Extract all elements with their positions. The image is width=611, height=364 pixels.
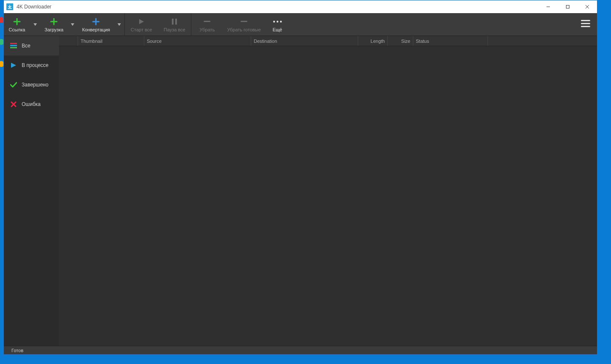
convert-label: Конвертация bbox=[82, 27, 110, 32]
dots-icon bbox=[273, 17, 282, 26]
convert-button[interactable]: Конвертация bbox=[78, 13, 114, 36]
svg-rect-8 bbox=[581, 20, 590, 21]
svg-rect-11 bbox=[10, 43, 17, 44]
column-source[interactable]: Source bbox=[144, 36, 251, 46]
play-icon bbox=[138, 17, 145, 26]
toolbar: Ссылка Загрузка Конвертация bbox=[4, 13, 597, 36]
sidebar-item-label: Завершено bbox=[22, 82, 48, 88]
hamburger-icon bbox=[581, 20, 590, 29]
minimize-button[interactable] bbox=[538, 0, 558, 13]
svg-rect-12 bbox=[10, 45, 17, 46]
svg-point-6 bbox=[276, 20, 278, 22]
download-label: Загрузка bbox=[45, 27, 63, 32]
windows-taskbar[interactable] bbox=[0, 355, 611, 364]
sidebar-item-completed[interactable]: Завершено bbox=[4, 75, 59, 94]
remove-done-label: Убрать готовые bbox=[227, 27, 261, 32]
link-label: Ссылка bbox=[9, 27, 25, 32]
svg-point-7 bbox=[280, 20, 281, 22]
column-size[interactable]: Size bbox=[387, 36, 413, 46]
sidebar-item-label: Ошибка bbox=[22, 101, 41, 107]
check-icon bbox=[10, 82, 17, 88]
svg-rect-9 bbox=[581, 23, 590, 24]
plus-icon bbox=[92, 17, 100, 26]
plus-icon bbox=[50, 17, 58, 26]
svg-rect-3 bbox=[204, 21, 210, 22]
column-filler bbox=[488, 36, 597, 46]
column-destination[interactable]: Destination bbox=[251, 36, 358, 46]
link-button[interactable]: Ссылка bbox=[4, 13, 30, 36]
svg-rect-2 bbox=[175, 19, 177, 25]
column-status[interactable]: Status bbox=[413, 36, 488, 46]
svg-point-5 bbox=[273, 20, 275, 22]
sidebar-item-label: Все bbox=[22, 43, 31, 49]
remove-button[interactable]: Убрать bbox=[191, 13, 223, 36]
titlebar[interactable]: 4K Downloader bbox=[4, 0, 597, 13]
desktop-background bbox=[0, 0, 3, 364]
start-all-button[interactable]: Старт все bbox=[125, 13, 158, 36]
minus-icon bbox=[204, 17, 210, 26]
more-button[interactable]: Ещё bbox=[265, 13, 290, 36]
svg-rect-0 bbox=[566, 6, 569, 8]
download-button[interactable]: Загрузка bbox=[40, 13, 67, 36]
svg-rect-1 bbox=[172, 19, 174, 25]
column-length[interactable]: Length bbox=[358, 36, 387, 46]
list-icon bbox=[10, 43, 17, 49]
remove-done-button[interactable]: Убрать готовые bbox=[223, 13, 265, 36]
svg-rect-10 bbox=[581, 26, 590, 27]
svg-rect-13 bbox=[10, 47, 17, 48]
grid-body[interactable] bbox=[59, 46, 597, 346]
menu-button[interactable] bbox=[574, 13, 597, 36]
window-title: 4K Downloader bbox=[17, 4, 51, 10]
column-thumbnail[interactable]: Thumbnail bbox=[78, 36, 144, 46]
content-area: Thumbnail Source Destination Length Size… bbox=[59, 36, 597, 346]
download-dropdown[interactable] bbox=[67, 13, 78, 36]
column-checkbox[interactable] bbox=[59, 36, 78, 46]
sidebar-item-label: В процессе bbox=[22, 62, 48, 68]
maximize-button[interactable] bbox=[558, 0, 577, 13]
plus-icon bbox=[13, 17, 21, 26]
minus-icon bbox=[241, 17, 247, 26]
start-all-label: Старт все bbox=[131, 27, 152, 32]
pause-all-label: Пауза все bbox=[164, 27, 185, 32]
play-icon bbox=[10, 62, 17, 68]
app-window: 4K Downloader Ссылка bbox=[3, 0, 597, 355]
column-headers: Thumbnail Source Destination Length Size… bbox=[59, 36, 597, 46]
pause-all-button[interactable]: Пауза все bbox=[158, 13, 191, 36]
x-icon bbox=[10, 101, 17, 107]
svg-rect-4 bbox=[241, 21, 247, 22]
statusbar: Готов bbox=[4, 346, 597, 354]
convert-dropdown[interactable] bbox=[114, 13, 124, 36]
pause-icon bbox=[171, 17, 177, 26]
status-text: Готов bbox=[7, 348, 28, 353]
link-dropdown[interactable] bbox=[30, 13, 40, 36]
sidebar: Все В процессе Завершено Ошибка bbox=[4, 36, 59, 346]
close-button[interactable] bbox=[577, 0, 597, 13]
sidebar-item-inprogress[interactable]: В процессе bbox=[4, 56, 59, 75]
more-label: Ещё bbox=[272, 27, 282, 32]
app-icon bbox=[6, 3, 13, 10]
sidebar-item-error[interactable]: Ошибка bbox=[4, 94, 59, 114]
sidebar-item-all[interactable]: Все bbox=[4, 36, 59, 56]
remove-label: Убрать bbox=[199, 27, 215, 32]
